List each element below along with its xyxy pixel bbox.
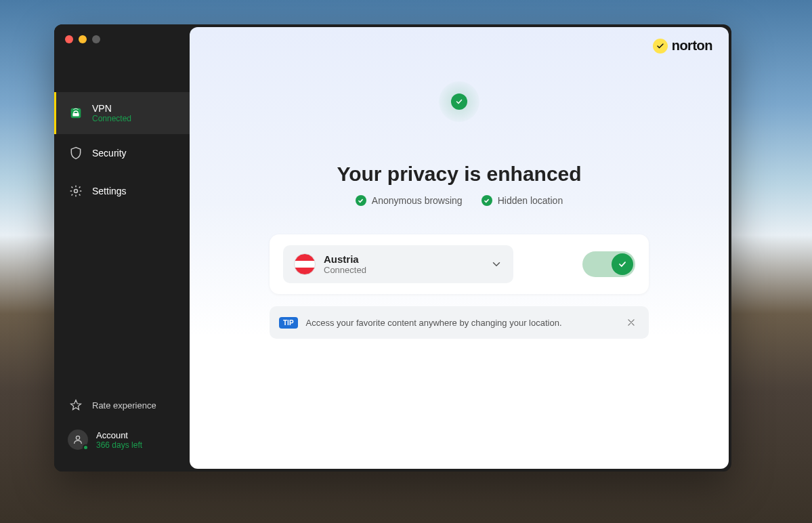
location-name: Austria	[324, 253, 482, 265]
feature-list: Anonymous browsing Hidden location	[356, 195, 563, 206]
app-window: VPN Connected Security Settings	[54, 24, 731, 472]
toggle-knob	[612, 253, 633, 275]
account-label: Account	[96, 430, 142, 440]
sidebar-item-sublabel: Connected	[92, 114, 131, 123]
feature-hidden-location: Hidden location	[482, 195, 563, 206]
sidebar-item-label: VPN	[92, 103, 131, 114]
vpn-toggle[interactable]	[582, 251, 635, 277]
map-check-icon	[451, 93, 467, 110]
online-status-dot	[83, 444, 89, 451]
rate-label: Rate experience	[92, 400, 156, 411]
svg-point-2	[76, 436, 79, 440]
location-status: Connected	[324, 265, 482, 275]
minimize-window-button[interactable]	[79, 35, 87, 43]
sidebar-item-security[interactable]: Security	[54, 134, 190, 172]
tip-bar: TIP Access your favorite content anywher…	[270, 306, 649, 339]
tip-badge: TIP	[279, 317, 298, 329]
sidebar-item-vpn[interactable]: VPN Connected	[54, 92, 190, 134]
sidebar-item-label: Security	[92, 148, 127, 159]
check-icon	[356, 195, 366, 206]
austria-flag-icon	[294, 253, 316, 275]
brand-name: norton	[672, 38, 712, 54]
star-icon	[68, 397, 84, 413]
maximize-window-button[interactable]	[92, 35, 100, 43]
sidebar-item-settings[interactable]: Settings	[54, 172, 190, 210]
norton-check-icon	[653, 39, 668, 54]
page-title: Your privacy is enhanced	[337, 163, 581, 186]
tip-text: Access your favorite content anywhere by…	[306, 318, 615, 328]
brand-logo: norton	[653, 38, 712, 54]
feature-label: Hidden location	[498, 195, 563, 206]
close-tip-button[interactable]	[623, 314, 639, 331]
vpn-icon	[68, 105, 84, 121]
sidebar: VPN Connected Security Settings	[54, 24, 190, 472]
connection-card: Austria Connected	[270, 234, 649, 294]
user-icon	[68, 430, 88, 450]
close-window-button[interactable]	[65, 35, 73, 43]
main-panel: norton Your privacy is enhanced Anonymou…	[190, 27, 729, 469]
sidebar-item-label: Settings	[92, 186, 127, 196]
feature-anonymous-browsing: Anonymous browsing	[356, 195, 463, 206]
account-days-left: 366 days left	[96, 440, 142, 450]
chevron-down-icon	[490, 258, 503, 270]
feature-label: Anonymous browsing	[372, 195, 463, 206]
check-icon	[482, 195, 492, 206]
sidebar-footer: Rate experience Account 366 days left	[54, 389, 190, 472]
account-button[interactable]: Account 366 days left	[54, 421, 190, 458]
window-controls	[65, 35, 100, 43]
map-location-indicator	[439, 81, 479, 122]
svg-point-1	[74, 190, 78, 193]
rate-experience-button[interactable]: Rate experience	[54, 389, 190, 421]
location-selector[interactable]: Austria Connected	[283, 245, 513, 283]
shield-icon	[68, 145, 84, 161]
gear-icon	[68, 183, 84, 199]
